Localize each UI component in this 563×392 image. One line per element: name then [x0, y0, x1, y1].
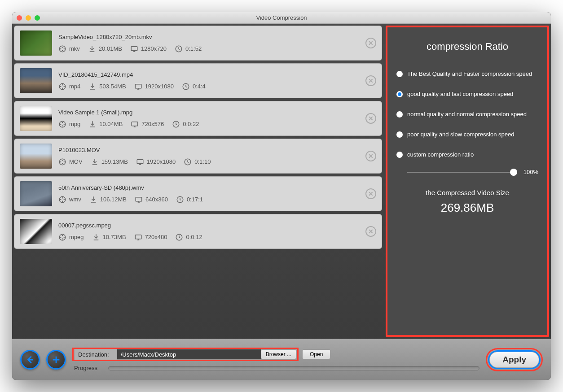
size-icon: [88, 45, 96, 53]
file-resolution: 720x480: [134, 233, 167, 241]
remove-file-button[interactable]: ✕: [365, 151, 376, 161]
apply-button[interactable]: Apply: [489, 352, 539, 368]
radio-icon: [396, 111, 403, 118]
remove-file-button[interactable]: ✕: [365, 113, 376, 124]
slider-track[interactable]: [407, 172, 517, 173]
window-minimize-button[interactable]: [26, 15, 31, 21]
custom-ratio-slider[interactable]: 100%: [396, 169, 538, 175]
svg-point-24: [62, 163, 63, 164]
svg-point-23: [64, 161, 65, 162]
open-button[interactable]: Open: [302, 349, 330, 359]
radio-icon: [396, 71, 403, 77]
radio-icon: [396, 131, 403, 138]
svg-rect-26: [137, 159, 143, 163]
back-button[interactable]: [20, 350, 40, 370]
window-zoom-button[interactable]: [35, 15, 40, 21]
file-meta: wmv106.12MB640x3600:17:1: [58, 196, 359, 204]
file-info: P1010023.MOVMOV159.13MB1920x10800:1:10: [58, 147, 359, 166]
ratio-option-label: custom compression ratio: [407, 151, 474, 158]
file-resolution: 720x576: [131, 120, 164, 128]
file-item[interactable]: P1010023.MOVMOV159.13MB1920x10800:1:10✕: [14, 139, 382, 174]
svg-point-17: [62, 125, 63, 126]
browser-button[interactable]: Browser ...: [261, 349, 296, 359]
file-item[interactable]: SampleVideo_1280x720_20mb.mkvmkv20.01MB1…: [14, 26, 382, 61]
svg-point-32: [60, 199, 61, 200]
file-item[interactable]: 50th Anniversary-SD (480p).wmvwmv106.12M…: [14, 176, 382, 211]
file-name: P1010023.MOV: [58, 147, 359, 153]
ratio-option[interactable]: The Best Quality and Faster compression …: [396, 70, 538, 77]
svg-point-30: [64, 199, 65, 200]
file-format: mp4: [58, 83, 80, 91]
remove-file-button[interactable]: ✕: [365, 75, 376, 86]
file-size: 10.04MB: [88, 120, 123, 128]
file-info: Video Sample 1 (Small).mpgmpg10.04MB720x…: [58, 109, 359, 128]
svg-rect-40: [135, 235, 141, 239]
compression-panel: compression Ratio The Best Quality and F…: [386, 26, 549, 337]
file-item[interactable]: Video Sample 1 (Small).mpgmpg10.04MB720x…: [14, 101, 382, 136]
svg-point-3: [62, 50, 63, 51]
apply-highlight: Apply: [486, 348, 543, 371]
file-name: 50th Anniversary-SD (480p).wmv: [58, 184, 359, 191]
file-thumbnail: [20, 219, 52, 244]
add-button[interactable]: [46, 350, 66, 370]
slider-thumb[interactable]: [510, 169, 517, 176]
compressed-size-label: the Compressed Video Size: [396, 189, 538, 196]
radio-icon: [396, 91, 403, 97]
svg-point-18: [60, 123, 61, 124]
ratio-option-label: normal quality and normal compression sp…: [407, 111, 527, 118]
file-duration: 0:17:1: [176, 196, 203, 204]
file-size: 20.01MB: [88, 45, 122, 53]
svg-point-10: [62, 87, 63, 88]
ratio-option-label: good quality and fast compression speed: [407, 91, 513, 97]
file-item[interactable]: VID_20180415_142749.mp4mp4503.54MB1920x1…: [14, 63, 382, 98]
window-title: Video Compression: [256, 14, 307, 21]
file-format: MOV: [58, 158, 83, 166]
ratio-option[interactable]: good quality and fast compression speed: [396, 91, 538, 97]
compressed-size-value: 269.86MB: [396, 201, 538, 215]
ratio-option[interactable]: custom compression ratio: [396, 151, 538, 158]
svg-point-11: [60, 86, 61, 87]
file-duration: 0:0:22: [172, 120, 199, 128]
arrow-left-icon: [25, 355, 35, 365]
destination-input[interactable]: [117, 349, 261, 359]
size-icon: [88, 83, 97, 91]
resolution-icon: [134, 83, 142, 91]
destination-label: Destination:: [75, 349, 117, 360]
file-meta: mpg10.04MB720x5760:0:22: [58, 120, 359, 128]
file-size: 106.12MB: [89, 196, 127, 204]
file-name: 00007.pegssc.mpeg: [58, 222, 359, 229]
format-icon: [58, 233, 66, 241]
format-icon: [58, 158, 66, 166]
remove-file-button[interactable]: ✕: [365, 188, 376, 199]
titlebar: Video Compression: [12, 12, 551, 24]
remove-file-button[interactable]: ✕: [365, 226, 376, 237]
file-info: SampleVideo_1280x720_20mb.mkvmkv20.01MB1…: [58, 34, 359, 53]
file-name: Video Sample 1 (Small).mpg: [58, 109, 359, 116]
file-item[interactable]: 00007.pegssc.mpegmpeg10.73MB720x4800:0:1…: [14, 214, 382, 249]
progress-row: Progress: [72, 365, 479, 371]
resolution-icon: [130, 45, 138, 53]
resolution-icon: [134, 233, 142, 241]
remove-file-button[interactable]: ✕: [365, 38, 376, 48]
file-info: 50th Anniversary-SD (480p).wmvwmv106.12M…: [58, 184, 359, 204]
svg-point-8: [62, 84, 63, 85]
size-icon: [92, 233, 100, 241]
file-thumbnail: [20, 144, 52, 169]
duration-icon: [184, 158, 192, 166]
plus-icon: [51, 355, 61, 365]
file-format: wmv: [58, 196, 81, 204]
file-meta: mkv20.01MB1280x7200:1:52: [58, 45, 359, 53]
duration-icon: [182, 83, 190, 91]
window-close-button[interactable]: [17, 15, 22, 21]
resolution-icon: [136, 158, 144, 166]
file-name: VID_20180415_142749.mp4: [58, 71, 359, 78]
ratio-option[interactable]: poor quality and slow compression speed: [396, 131, 538, 138]
svg-rect-33: [136, 197, 142, 201]
format-icon: [58, 196, 66, 204]
duration-icon: [176, 196, 184, 204]
ratio-option[interactable]: normal quality and normal compression sp…: [396, 111, 538, 118]
destination-block: Destination: Browser ...: [72, 348, 299, 361]
file-resolution: 1920x1080: [134, 83, 174, 91]
traffic-lights: [17, 15, 40, 21]
ratio-option-label: The Best Quality and Faster compression …: [407, 70, 532, 77]
